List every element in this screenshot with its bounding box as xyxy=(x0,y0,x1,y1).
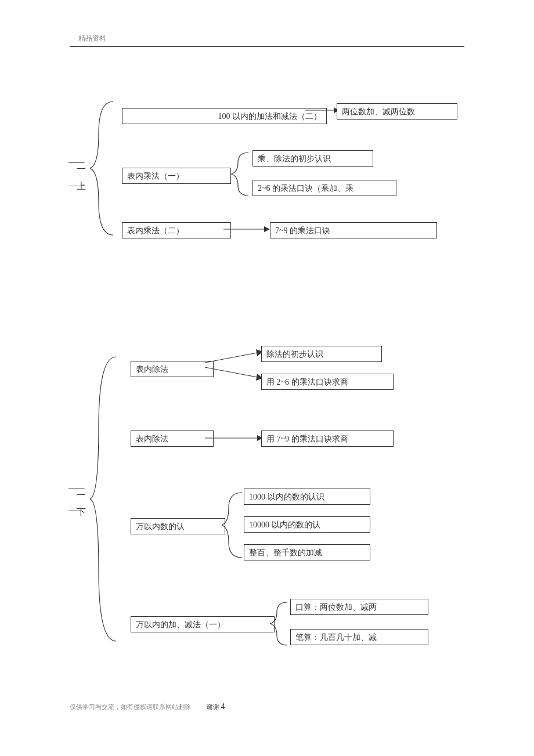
section2-guide-a xyxy=(68,489,81,489)
s2-row1-right-a-text: 除法的初步认识 xyxy=(266,350,323,359)
svg-line-4 xyxy=(205,353,257,363)
svg-line-6 xyxy=(205,367,257,377)
footer-left: 仅供学习与交流，如有侵权请联系网站删除 xyxy=(70,703,191,710)
s1-row2-main-text: 表内乘法（一） xyxy=(127,172,184,180)
s1-row1-main: 100 以内的加法和减法（二） xyxy=(122,108,327,124)
s2-row3-right-a: 1000 以内的数的认识 xyxy=(244,489,370,505)
s1-row2-brace xyxy=(231,151,248,197)
s2-row2-right-text: 用 7~9 的乘法口诀求商 xyxy=(266,435,348,443)
section2-brace xyxy=(90,354,116,644)
s2-row3-right-c: 整百、整千数的加减 xyxy=(244,544,370,560)
s2-row4-main-text: 万以内的加、减法（一） xyxy=(136,620,225,629)
s1-row1-right-text: 两位数加、减两位数 xyxy=(342,107,415,116)
s1-row2-right-a-text: 乘、除法的初步认识 xyxy=(258,154,331,163)
s2-row2-main: 表内除法 xyxy=(131,431,214,447)
s1-row1-right: 两位数加、减两位数 xyxy=(337,103,457,120)
s2-row3-right-c-text: 整百、整千数的加减 xyxy=(249,548,322,557)
s1-row3-main: 表内乘法（二） xyxy=(122,222,231,238)
section1-label: 二 上 xyxy=(74,155,88,196)
s1-row2-right-b: 2~6 的乘法口诀（乘加、乘 xyxy=(252,180,396,196)
footer-thanks: 谢谢 xyxy=(207,703,219,710)
s1-row3-arrow xyxy=(223,223,270,235)
page-number: 4 xyxy=(221,702,225,711)
s2-row1-right-b-text: 用 2~6 的乘法口诀求商 xyxy=(266,378,348,386)
section1-guide-b xyxy=(68,186,81,186)
s1-row1-arrow xyxy=(305,104,340,116)
section2-label: 二 下 xyxy=(74,482,88,522)
s2-row4-right-a: 口算：两位数加、减两 xyxy=(290,599,428,615)
s2-row4-right-b: 笔算：几百几十加、减 xyxy=(290,629,428,645)
s2-row1-arrow-a xyxy=(205,348,263,366)
s2-row1-main-text: 表内除法 xyxy=(136,365,168,374)
header-rule xyxy=(70,46,464,47)
page-header: 精品资料 xyxy=(78,34,106,44)
section2-label-b: 下 xyxy=(77,507,86,517)
s1-row3-right: 7~9 的乘法口诀 xyxy=(270,222,437,238)
s2-row1-main: 表内除法 xyxy=(131,361,214,377)
s1-row2-right-b-text: 2~6 的乘法口诀（乘加、乘 xyxy=(258,184,353,193)
s2-row2-right: 用 7~9 的乘法口诀求商 xyxy=(261,431,394,447)
s2-row3-main: 万以内数的认 xyxy=(131,518,225,534)
s2-row4-brace xyxy=(270,601,287,647)
s2-row1-right-a: 除法的初步认识 xyxy=(261,346,382,362)
s1-row2-right-a: 乘、除法的初步认识 xyxy=(252,150,373,167)
page-footer: 仅供学习与交流，如有侵权请联系网站删除 谢谢 4 xyxy=(70,702,225,711)
s2-row4-main: 万以内的加、减法（一） xyxy=(131,616,275,632)
s2-row3-brace xyxy=(222,490,242,560)
s2-row2-main-text: 表内除法 xyxy=(136,435,168,443)
section1-brace xyxy=(90,99,113,238)
svg-marker-3 xyxy=(264,226,270,232)
s1-row3-main-text: 表内乘法（二） xyxy=(127,226,184,235)
s2-row1-right-b: 用 2~6 的乘法口诀求商 xyxy=(261,374,394,390)
s1-row2-main: 表内乘法（一） xyxy=(122,168,231,184)
section2-guide-b xyxy=(68,511,81,511)
section1-guide-a xyxy=(68,162,81,163)
s2-row2-arrow xyxy=(205,432,263,444)
s2-row3-main-text: 万以内数的认 xyxy=(136,522,185,531)
s2-row3-right-a-text: 1000 以内的数的认识 xyxy=(249,493,324,501)
s2-row4-right-b-text: 笔算：几百几十加、减 xyxy=(295,633,377,642)
s2-row3-right-b: 10000 以内的数的认 xyxy=(244,516,370,533)
s2-row4-right-a-text: 口算：两位数加、减两 xyxy=(295,603,377,612)
s2-row1-arrow-b xyxy=(205,364,263,382)
s2-row3-right-b-text: 10000 以内的数的认 xyxy=(249,520,320,529)
s1-row3-right-text: 7~9 的乘法口诀 xyxy=(275,226,330,235)
